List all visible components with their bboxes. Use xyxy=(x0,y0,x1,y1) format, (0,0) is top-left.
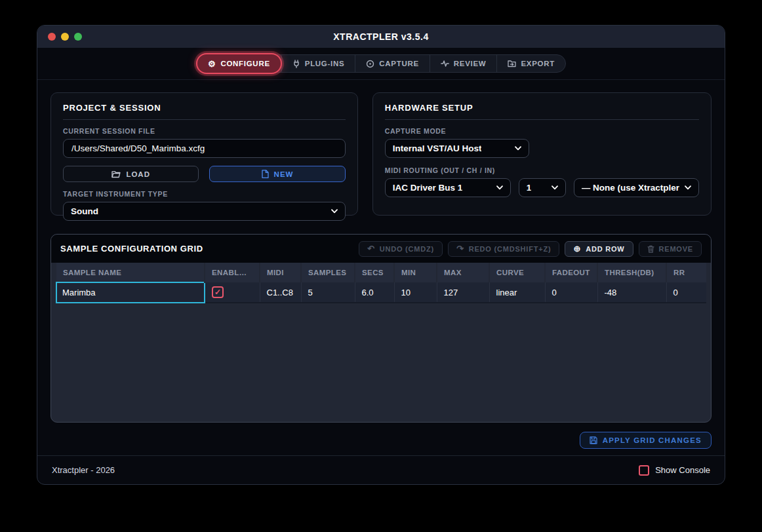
new-button[interactable]: NEW xyxy=(209,166,345,182)
session-file-input[interactable] xyxy=(63,139,346,158)
instrument-type-select[interactable]: Sound xyxy=(63,202,346,221)
record-circle-icon xyxy=(366,60,374,68)
cell-secs[interactable]: 6.0 xyxy=(355,282,394,303)
show-console-checkbox[interactable] xyxy=(639,465,649,476)
redo-button-label: REDO (CMDSHIFT+Z) xyxy=(469,245,551,253)
app-window: XTRACTPLER v3.5.4 ⚙ CONFIGURE PLUG-INS xyxy=(37,25,725,485)
show-console-label: Show Console xyxy=(655,465,710,475)
status-bar: Xtractpler - 2026 Show Console xyxy=(37,455,725,484)
col-midi[interactable]: MIDI xyxy=(260,263,301,282)
instrument-type-label: TARGET INSTRUMENT TYPE xyxy=(63,190,346,198)
tab-label: CAPTURE xyxy=(379,60,419,67)
sample-table: SAMPLE NAME ENABL… MIDI SAMPLES SECS MIN… xyxy=(56,263,706,303)
tab-label: EXPORT xyxy=(521,60,555,67)
col-rr[interactable]: RR xyxy=(666,263,706,282)
col-curve[interactable]: CURVE xyxy=(489,263,545,282)
tab-bar: ⚙ CONFIGURE PLUG-INS CAPTURE xyxy=(37,48,725,80)
midi-channel-select[interactable]: 1 xyxy=(519,178,566,197)
midi-channel-value: 1 xyxy=(527,183,532,193)
undo-arrow-icon: ↶ xyxy=(367,244,375,253)
tab-label: CONFIGURE xyxy=(220,60,270,67)
cell-thresh-db[interactable]: -48 xyxy=(597,282,666,303)
waveform-pulse-icon xyxy=(441,60,449,67)
remove-button[interactable]: REMOVE xyxy=(639,241,702,257)
redo-arrow-icon: ↷ xyxy=(456,244,464,253)
col-enabled[interactable]: ENABL… xyxy=(205,263,260,282)
tab-label: PLUG-INS xyxy=(305,60,345,67)
col-samples[interactable]: SAMPLES xyxy=(301,263,355,282)
grid-body: SAMPLE NAME ENABL… MIDI SAMPLES SECS MIN… xyxy=(51,263,711,422)
capture-mode-label: CAPTURE MODE xyxy=(385,127,699,135)
title-bar: XTRACTPLER v3.5.4 xyxy=(37,26,725,48)
plug-icon xyxy=(292,60,300,68)
cell-max[interactable]: 127 xyxy=(437,282,489,303)
col-max[interactable]: MAX xyxy=(437,263,489,282)
footer-app-text: Xtractpler - 2026 xyxy=(52,465,115,475)
panel-title: PROJECT & SESSION xyxy=(63,103,346,120)
tab-export[interactable]: EXPORT xyxy=(496,55,565,72)
apply-grid-changes-label: APPLY GRID CHANGES xyxy=(603,436,702,444)
window-title: XTRACTPLER v3.5.4 xyxy=(37,31,725,42)
col-sample-name[interactable]: SAMPLE NAME xyxy=(56,263,205,282)
midi-routing-label: MIDI ROUTING (OUT / CH / IN) xyxy=(385,166,699,174)
folder-export-icon xyxy=(508,60,516,67)
hardware-setup-panel: HARDWARE SETUP CAPTURE MODE Internal VST… xyxy=(372,92,712,216)
midi-out-select[interactable]: IAC Driver Bus 1 xyxy=(385,178,511,197)
undo-button-label: UNDO (CMDZ) xyxy=(380,245,434,253)
trash-icon xyxy=(647,245,654,253)
add-row-button-label: ADD ROW xyxy=(586,245,624,253)
cell-rr[interactable]: 0 xyxy=(666,282,706,303)
load-button-label: LOAD xyxy=(126,170,150,178)
main-content: PROJECT & SESSION CURRENT SESSION FILE L… xyxy=(37,80,725,455)
project-session-panel: PROJECT & SESSION CURRENT SESSION FILE L… xyxy=(50,92,358,216)
undo-button[interactable]: ↶ UNDO (CMDZ) xyxy=(359,241,443,257)
remove-button-label: REMOVE xyxy=(659,245,693,253)
cell-fadeout[interactable]: 0 xyxy=(545,282,597,303)
plus-circle-icon: ⊕ xyxy=(573,244,581,253)
cell-min[interactable]: 10 xyxy=(394,282,437,303)
tab-label: REVIEW xyxy=(454,60,487,67)
col-min[interactable]: MIN xyxy=(394,263,437,282)
tab-configure[interactable]: ⚙ CONFIGURE xyxy=(196,53,282,74)
chevron-down-icon xyxy=(331,209,338,214)
capture-mode-select[interactable]: Internal VST/AU Host xyxy=(385,139,529,158)
midi-in-value: — None (use Xtractpler xyxy=(582,183,679,193)
table-header-row: SAMPLE NAME ENABL… MIDI SAMPLES SECS MIN… xyxy=(56,263,706,282)
chevron-down-icon xyxy=(685,185,691,190)
grid-title: SAMPLE CONFIGURATION GRID xyxy=(60,244,203,254)
panel-title: HARDWARE SETUP xyxy=(385,103,699,120)
load-button[interactable]: LOAD xyxy=(63,166,199,182)
file-icon xyxy=(262,170,269,178)
table-row: Marimba ✓ C1..C8 5 6.0 10 127 line xyxy=(56,282,706,303)
cell-midi[interactable]: C1..C8 xyxy=(260,282,301,303)
capture-mode-value: Internal VST/AU Host xyxy=(393,143,482,153)
apply-grid-changes-button[interactable]: APPLY GRID CHANGES xyxy=(580,432,712,449)
tab-group: ⚙ CONFIGURE PLUG-INS CAPTURE xyxy=(196,54,566,73)
add-row-button[interactable]: ⊕ ADD ROW xyxy=(565,241,633,257)
folder-open-icon xyxy=(111,170,121,178)
chevron-down-icon xyxy=(551,185,558,190)
instrument-type-value: Sound xyxy=(71,206,98,216)
tab-review[interactable]: REVIEW xyxy=(430,55,497,72)
tab-capture[interactable]: CAPTURE xyxy=(355,55,430,72)
cell-samples[interactable]: 5 xyxy=(301,282,355,303)
chevron-down-icon xyxy=(496,185,503,190)
col-fadeout[interactable]: FADEOUT xyxy=(545,263,597,282)
tab-plug-ins[interactable]: PLUG-INS xyxy=(281,55,355,72)
enabled-checkbox[interactable]: ✓ xyxy=(212,286,224,298)
cell-sample-name[interactable]: Marimba xyxy=(56,282,205,303)
midi-in-select[interactable]: — None (use Xtractpler xyxy=(574,178,699,197)
gear-icon: ⚙ xyxy=(208,60,216,68)
col-secs[interactable]: SECS xyxy=(355,263,394,282)
redo-button[interactable]: ↷ REDO (CMDSHIFT+Z) xyxy=(448,241,559,257)
chevron-down-icon xyxy=(515,146,521,151)
col-thresh-db[interactable]: THRESH(DB) xyxy=(597,263,666,282)
session-file-label: CURRENT SESSION FILE xyxy=(63,127,346,135)
checkmark-icon: ✓ xyxy=(214,288,221,297)
new-button-label: NEW xyxy=(274,170,294,178)
sample-grid-panel: SAMPLE CONFIGURATION GRID ↶ UNDO (CMDZ) … xyxy=(50,234,712,423)
midi-out-value: IAC Driver Bus 1 xyxy=(393,183,463,193)
cell-curve[interactable]: linear xyxy=(489,282,545,303)
save-icon xyxy=(590,436,597,444)
cell-enabled: ✓ xyxy=(205,282,260,303)
